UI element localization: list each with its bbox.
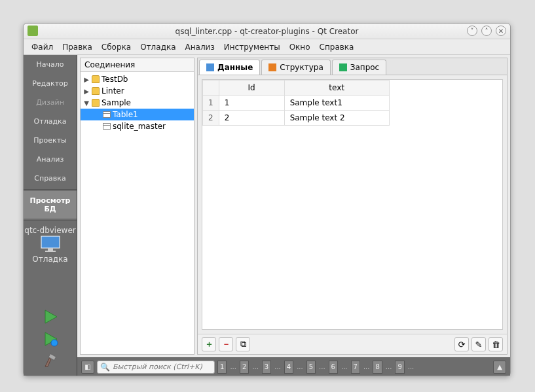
- database-icon: [92, 87, 100, 95]
- mode-db-view[interactable]: Просмотр БД: [24, 191, 77, 219]
- cell[interactable]: 2: [219, 111, 284, 126]
- data-toolbar: ＋ － ⧉ ⟳ ✎ 🗑: [198, 334, 507, 354]
- search-icon: 🔍: [100, 363, 110, 372]
- cell[interactable]: Sample text1: [284, 96, 389, 111]
- add-row-button[interactable]: ＋: [202, 337, 216, 351]
- copy-button[interactable]: ⧉: [236, 337, 250, 351]
- database-icon: [92, 99, 100, 107]
- menu-window[interactable]: Окно: [286, 41, 314, 54]
- output-pane-1[interactable]: 1: [217, 361, 227, 374]
- query-icon: [339, 63, 347, 71]
- menu-help[interactable]: Справка: [316, 41, 358, 54]
- mode-analyze[interactable]: Анализ: [24, 150, 77, 169]
- quick-search[interactable]: 🔍: [97, 361, 215, 374]
- menubar: Файл Правка Сборка Отладка Анализ Инстру…: [24, 39, 510, 55]
- row-number: 1: [203, 96, 219, 111]
- cell[interactable]: Sample text 2: [284, 111, 389, 126]
- maximize-button[interactable]: ˄: [481, 26, 492, 36]
- tree-item-table[interactable]: Table1: [81, 109, 194, 120]
- collapse-icon[interactable]: ▼: [83, 99, 90, 107]
- tab-bar: Данные Структура Запрос: [198, 58, 507, 75]
- collapse-output-button[interactable]: ▲: [493, 361, 506, 374]
- menu-tools[interactable]: Инструменты: [220, 41, 284, 54]
- svg-marker-3: [45, 310, 57, 323]
- monitor-icon: [39, 235, 62, 253]
- output-pane-5[interactable]: 5: [306, 361, 316, 374]
- menu-edit[interactable]: Правка: [58, 41, 96, 54]
- output-pane-9[interactable]: 9: [395, 361, 404, 374]
- run-debug-button[interactable]: [43, 331, 58, 347]
- minimize-button[interactable]: ˅: [467, 26, 477, 36]
- trash-button[interactable]: 🗑: [489, 337, 503, 351]
- data-table-area[interactable]: Id text 1 1 Sample text1 2: [202, 79, 503, 330]
- row-header-corner: [203, 80, 219, 96]
- close-button[interactable]: ✕: [496, 26, 506, 36]
- structure-icon: [268, 63, 276, 71]
- data-icon: [206, 63, 214, 71]
- table-row[interactable]: 2 2 Sample text 2: [203, 111, 390, 126]
- connections-tree[interactable]: ▶TestDb ▶Linter ▼Sample Table1 sqlite_ma…: [81, 72, 194, 354]
- output-pane-3[interactable]: 3: [262, 361, 271, 374]
- menu-build[interactable]: Сборка: [98, 41, 135, 54]
- window-title: qsql_linter.cpp - qt-creator-plugins - Q…: [175, 27, 359, 36]
- output-pane-7[interactable]: 7: [351, 361, 360, 374]
- tree-item-db[interactable]: ▼Sample: [81, 97, 194, 109]
- run-button[interactable]: [43, 309, 58, 325]
- status-bar: ◧ 🔍 1... 2... 3... 4... 5... 6... 7... 8…: [77, 357, 510, 376]
- svg-rect-1: [48, 248, 53, 251]
- tree-item-db[interactable]: ▶Linter: [81, 85, 194, 97]
- mode-sidebar: Начало Редактор Дизайн Отладка Проекты А…: [24, 55, 77, 376]
- data-pane: Данные Структура Запрос Id text: [197, 58, 507, 355]
- mode-design: Дизайн: [24, 93, 77, 112]
- delete-row-button[interactable]: －: [219, 337, 233, 351]
- output-pane-8[interactable]: 8: [373, 361, 382, 374]
- svg-point-5: [51, 340, 58, 346]
- refresh-button[interactable]: ⟳: [454, 337, 469, 351]
- output-pane-2[interactable]: 2: [240, 361, 249, 374]
- build-button[interactable]: [43, 353, 58, 369]
- app-icon: [28, 26, 38, 36]
- expand-icon[interactable]: ▶: [83, 88, 90, 95]
- menu-debug[interactable]: Отладка: [136, 41, 179, 54]
- mode-projects[interactable]: Проекты: [24, 131, 77, 150]
- table-row[interactable]: 1 1 Sample text1: [203, 96, 390, 111]
- app-window: qsql_linter.cpp - qt-creator-plugins - Q…: [23, 23, 511, 376]
- table-icon: [103, 123, 111, 130]
- output-pane-6[interactable]: 6: [329, 361, 338, 374]
- svg-rect-2: [45, 251, 56, 252]
- expand-icon[interactable]: ▶: [83, 76, 90, 83]
- tab-query[interactable]: Запрос: [332, 60, 386, 75]
- connections-pane: Соединения ▶TestDb ▶Linter ▼Sample Table…: [80, 58, 194, 355]
- tab-data[interactable]: Данные: [199, 60, 260, 75]
- row-number: 2: [203, 111, 219, 126]
- svg-rect-0: [41, 236, 60, 248]
- data-table: Id text 1 1 Sample text1 2: [202, 80, 390, 126]
- edit-button[interactable]: ✎: [471, 337, 486, 351]
- tree-item-db[interactable]: ▶TestDb: [81, 73, 194, 85]
- tree-item-table[interactable]: sqlite_master: [81, 120, 194, 132]
- column-header[interactable]: text: [284, 80, 389, 96]
- mode-help[interactable]: Справка: [24, 169, 77, 188]
- menu-file[interactable]: Файл: [28, 41, 57, 54]
- database-icon: [92, 75, 100, 83]
- menu-analyze[interactable]: Анализ: [181, 41, 219, 54]
- output-pane-4[interactable]: 4: [284, 361, 293, 374]
- connections-header: Соединения: [81, 58, 194, 72]
- search-input[interactable]: [113, 363, 212, 371]
- mode-welcome[interactable]: Начало: [24, 55, 77, 74]
- table-icon: [103, 111, 111, 118]
- kit-selector[interactable]: qtc-dbviewer Отладка: [24, 222, 77, 268]
- cell[interactable]: 1: [219, 96, 284, 111]
- mode-editor[interactable]: Редактор: [24, 74, 77, 93]
- titlebar: qsql_linter.cpp - qt-creator-plugins - Q…: [24, 24, 510, 39]
- column-header[interactable]: Id: [219, 80, 284, 96]
- mode-debug[interactable]: Отладка: [24, 112, 77, 131]
- tab-structure[interactable]: Структура: [261, 60, 330, 75]
- toggle-sidebar-button[interactable]: ◧: [81, 361, 94, 374]
